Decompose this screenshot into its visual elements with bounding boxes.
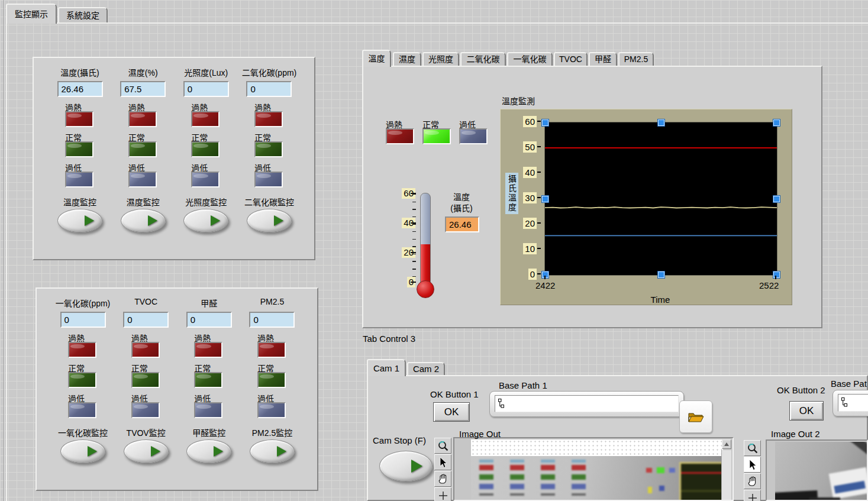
- tab-co2[interactable]: 二氧化碳: [460, 52, 506, 66]
- monitor-button-label: 甲醛監控: [178, 426, 240, 437]
- tvoc-monitor-button[interactable]: [124, 439, 169, 463]
- sensor-name-label: 甲醛: [178, 297, 240, 309]
- browse-folder-button[interactable]: [679, 400, 712, 433]
- y-axis-tick-label: 0: [528, 269, 537, 280]
- chart-x-axis-label: Time: [631, 295, 690, 305]
- selection-handle[interactable]: [542, 119, 548, 126]
- crosshair-tool-button[interactable]: [744, 490, 761, 501]
- low-led-label: 過低: [128, 161, 158, 172]
- humidity-value-display: 67.5: [120, 81, 166, 97]
- cursor-tool-button[interactable]: [744, 457, 761, 473]
- base-path-2-control[interactable]: [832, 390, 868, 416]
- scroll-up-button[interactable]: [722, 439, 731, 449]
- photo-led-chip: [479, 460, 493, 463]
- temp-led-row: 過熱 正常 過低: [386, 118, 488, 144]
- lux-monitor-button[interactable]: [183, 209, 228, 232]
- co2-column: 二氧化碳(ppm) 0 過熱 正常 過低 二氧化碳監控: [238, 66, 300, 232]
- tab-temperature[interactable]: 溫度: [362, 50, 391, 67]
- normal-led-label: 正常: [257, 362, 287, 372]
- selection-handle[interactable]: [542, 196, 548, 202]
- pan-tool-button[interactable]: [434, 471, 451, 487]
- base-path-1-control[interactable]: [489, 391, 684, 417]
- photo-detail: [646, 468, 652, 473]
- ok-button-1[interactable]: OK: [433, 402, 470, 422]
- lux-value-display: 0: [183, 81, 229, 97]
- selection-handle[interactable]: [773, 196, 780, 202]
- tab-cam2[interactable]: Cam 2: [407, 362, 445, 375]
- overheat-led-label: 過熱: [194, 332, 224, 342]
- selection-handle[interactable]: [658, 271, 664, 278]
- value-text: 0: [188, 84, 192, 94]
- normal-led-label: 正常: [254, 131, 284, 141]
- image-out-1-display: [453, 437, 734, 501]
- monitor-button-label: 濕度監控: [112, 196, 174, 206]
- normal-led-label: 正常: [68, 362, 98, 372]
- pm25-monitor-button[interactable]: [250, 439, 295, 463]
- x-tick-mark: [775, 276, 776, 279]
- photo-detail: [659, 486, 664, 491]
- formaldehyde-monitor-button[interactable]: [186, 439, 231, 463]
- low-led: [68, 402, 96, 418]
- temperature-value-display: 26.46: [57, 81, 103, 97]
- tab-pm25[interactable]: PM2.5: [618, 52, 654, 66]
- tab-formaldehyde[interactable]: 甲醛: [589, 52, 617, 66]
- overheat-led: [257, 342, 286, 358]
- overheat-led: [128, 111, 157, 127]
- low-led: [128, 172, 157, 188]
- crosshair-tool-button[interactable]: [434, 487, 451, 501]
- normal-led-label: 正常: [65, 131, 95, 141]
- zoom-tool-button[interactable]: [434, 438, 451, 454]
- cam-stop-caption: Cam Stop (F): [373, 435, 426, 445]
- tab-monitor-display-label: 監控顯示: [15, 9, 48, 19]
- image-1-toolbar: [434, 438, 451, 501]
- photo-chart: [679, 462, 723, 501]
- cursor-tool-button[interactable]: [434, 454, 451, 470]
- normal-led: [128, 141, 157, 157]
- tab-humidity[interactable]: 濕度: [393, 52, 421, 66]
- sensor-name-label: 一氧化碳(ppm): [52, 297, 114, 309]
- low-led: [459, 128, 488, 144]
- tab-lux[interactable]: 光照度: [422, 52, 459, 66]
- pan-tool-button[interactable]: [744, 473, 761, 489]
- normal-led-label: 正常: [194, 362, 224, 372]
- tab-co[interactable]: 一氧化碳: [507, 52, 553, 66]
- tab-monitor-display[interactable]: 監控顯示: [6, 4, 57, 24]
- readout-label-line2: (攝氏): [440, 203, 483, 214]
- lux-column: 光照度(Lux) 0 過熱 正常 過低 光照度監控: [175, 66, 237, 232]
- value-text: 0: [127, 315, 132, 325]
- play-arrow-icon: [411, 460, 422, 473]
- overheat-led: [65, 111, 93, 127]
- cursor-arrow-icon: [437, 457, 449, 468]
- image-out-1-caption: Image Out: [459, 429, 501, 439]
- selection-handle[interactable]: [773, 119, 780, 126]
- image-1-scrollbar[interactable]: [721, 450, 731, 501]
- photo-led-chip: [510, 460, 524, 463]
- tab-tvoc[interactable]: TVOC: [554, 52, 588, 66]
- photo-led-chip: [510, 493, 524, 496]
- temperature-monitor-button[interactable]: [57, 209, 102, 232]
- co-monitor-button[interactable]: [60, 439, 105, 463]
- base-path-1-field[interactable]: [495, 395, 679, 412]
- selection-handle[interactable]: [773, 271, 780, 278]
- cam-stop-button[interactable]: [379, 451, 433, 481]
- value-text: 26.46: [62, 84, 84, 94]
- hand-icon: [747, 476, 759, 487]
- value-text: 67.5: [124, 84, 141, 94]
- low-led-label: 過低: [194, 392, 224, 402]
- normal-led: [194, 372, 222, 388]
- base-path-2-field[interactable]: [838, 394, 868, 412]
- selection-handle[interactable]: [658, 119, 664, 126]
- sensor-name-label: 光照度(Lux): [175, 66, 237, 78]
- tab-system-settings[interactable]: 系統設定: [58, 7, 108, 22]
- co2-monitor-button[interactable]: [247, 209, 292, 232]
- chart-series-lines: [545, 122, 777, 275]
- tab-cam1[interactable]: Cam 1: [367, 359, 406, 376]
- zoom-tool-button[interactable]: [744, 440, 761, 456]
- y-axis-tick-label: 60: [523, 116, 537, 127]
- photo-detail: [648, 487, 652, 493]
- low-led-label: 過低: [191, 161, 221, 172]
- humidity-monitor-button[interactable]: [121, 209, 166, 232]
- tab-label: 溫度: [369, 54, 385, 63]
- ok-button-2[interactable]: OK: [789, 401, 824, 421]
- play-arrow-icon: [151, 446, 160, 457]
